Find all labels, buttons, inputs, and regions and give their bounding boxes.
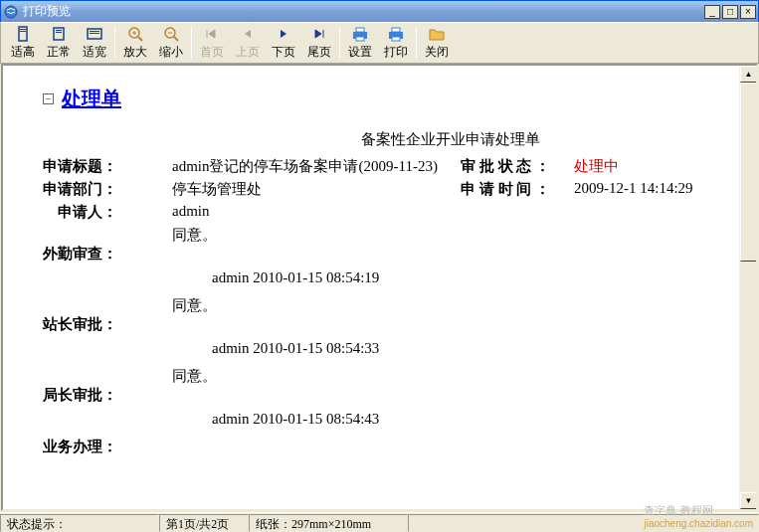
- chief-review-text: 同意。: [43, 367, 699, 386]
- section-link[interactable]: 处理单: [62, 86, 121, 112]
- fit-height-button[interactable]: 适高: [5, 23, 41, 63]
- collapse-toggle-icon[interactable]: −: [43, 93, 54, 104]
- field-review-label: 外勤审查：: [43, 245, 152, 264]
- close-window-button[interactable]: ×: [740, 5, 756, 19]
- maximize-button[interactable]: □: [722, 5, 738, 19]
- print-button[interactable]: 打印: [378, 23, 414, 63]
- prev-icon: [238, 25, 258, 43]
- chief-review-label: 局长审批：: [43, 386, 152, 405]
- svg-rect-8: [90, 31, 99, 32]
- status-page: 第1页/共2页: [159, 514, 249, 532]
- app-icon: [3, 4, 19, 20]
- svg-rect-19: [356, 37, 364, 41]
- minimize-button[interactable]: _: [704, 5, 720, 19]
- station-review-sign: admin 2010-01-15 08:54:33: [43, 340, 699, 357]
- svg-rect-2: [20, 29, 26, 30]
- first-icon: [202, 25, 222, 43]
- apply-title-value: admin登记的停车场备案申请(2009-11-23): [152, 157, 438, 176]
- svg-rect-3: [20, 31, 26, 32]
- page-wide-icon: [85, 25, 104, 43]
- statusbar: 状态提示： 第1页/共2页 纸张：297mm×210mm: [0, 512, 759, 532]
- settings-button[interactable]: 设置: [342, 23, 378, 63]
- status-value: 处理中: [550, 157, 699, 176]
- svg-rect-9: [90, 33, 99, 34]
- svg-rect-22: [392, 37, 400, 41]
- field-review-sign: admin 2010-01-15 08:54:19: [43, 269, 699, 286]
- last-page-button[interactable]: 尾页: [301, 23, 337, 63]
- normal-button[interactable]: 正常: [41, 23, 77, 63]
- page-tall-icon: [13, 25, 33, 43]
- apply-title-label: 申请标题：: [43, 157, 152, 176]
- next-page-button[interactable]: 下页: [266, 23, 301, 63]
- document-title: 备案性企业开业申请处理单: [43, 130, 699, 149]
- separator: [339, 27, 340, 59]
- svg-rect-6: [56, 32, 62, 33]
- svg-line-15: [174, 37, 178, 41]
- first-page-button[interactable]: 首页: [194, 23, 230, 63]
- svg-point-0: [5, 6, 17, 18]
- toolbar: 适高 正常 适宽 放大 缩小 首页 上页 下页 尾页 设置 打印: [0, 22, 759, 64]
- time-value: 2009-12-1 14:14:29: [550, 180, 699, 199]
- applicant-value: admin: [152, 203, 210, 222]
- folder-close-icon: [427, 25, 447, 43]
- printer-icon: [386, 25, 406, 43]
- station-review-text: 同意。: [43, 296, 699, 315]
- svg-rect-21: [392, 28, 400, 32]
- svg-line-11: [138, 37, 142, 41]
- document-page: − 处理单 备案性企业开业申请处理单 申请标题： admin登记的停车场备案申请…: [3, 66, 739, 509]
- chief-review-sign: admin 2010-01-15 08:54:43: [43, 411, 699, 428]
- fit-width-button[interactable]: 适宽: [77, 23, 112, 63]
- vertical-scrollbar[interactable]: ▲ ▼: [739, 66, 756, 509]
- status-paper: 纸张：297mm×210mm: [249, 514, 408, 532]
- separator: [114, 27, 115, 59]
- separator: [416, 27, 417, 59]
- window-title: 打印预览: [23, 3, 704, 20]
- applicant-label: 申请人：: [43, 203, 152, 222]
- svg-rect-4: [54, 28, 64, 40]
- svg-rect-18: [356, 28, 364, 32]
- status-hint: 状态提示：: [0, 514, 159, 532]
- status-spacer: [408, 514, 759, 532]
- close-button[interactable]: 关闭: [419, 23, 455, 63]
- business-label: 业务办理：: [43, 438, 152, 456]
- titlebar: 打印预览 _ □ ×: [0, 0, 759, 22]
- svg-rect-5: [56, 30, 62, 31]
- field-review-text: 同意。: [43, 226, 699, 245]
- printer-settings-icon: [350, 25, 370, 43]
- zoom-in-icon: [125, 25, 145, 43]
- scroll-up-button[interactable]: ▲: [740, 66, 757, 83]
- scroll-thumb[interactable]: [740, 83, 757, 262]
- zoom-out-icon: [161, 25, 181, 43]
- station-review-label: 站长审批：: [43, 315, 152, 334]
- zoom-in-button[interactable]: 放大: [117, 23, 153, 63]
- last-icon: [309, 25, 329, 43]
- separator: [191, 27, 192, 59]
- dept-label: 申请部门：: [43, 180, 152, 199]
- time-label: 申请时间: [461, 180, 550, 199]
- page-normal-icon: [49, 25, 69, 43]
- next-icon: [274, 25, 293, 43]
- status-label: 审批状态: [461, 157, 550, 176]
- prev-page-button[interactable]: 上页: [230, 23, 266, 63]
- scroll-down-button[interactable]: ▼: [740, 492, 757, 509]
- dept-value: 停车场管理处: [152, 180, 262, 199]
- window-buttons: _ □ ×: [704, 5, 756, 19]
- section-header: − 处理单: [43, 86, 699, 112]
- preview-area: − 处理单 备案性企业开业申请处理单 申请标题： admin登记的停车场备案申请…: [1, 64, 758, 511]
- zoom-out-button[interactable]: 缩小: [153, 23, 189, 63]
